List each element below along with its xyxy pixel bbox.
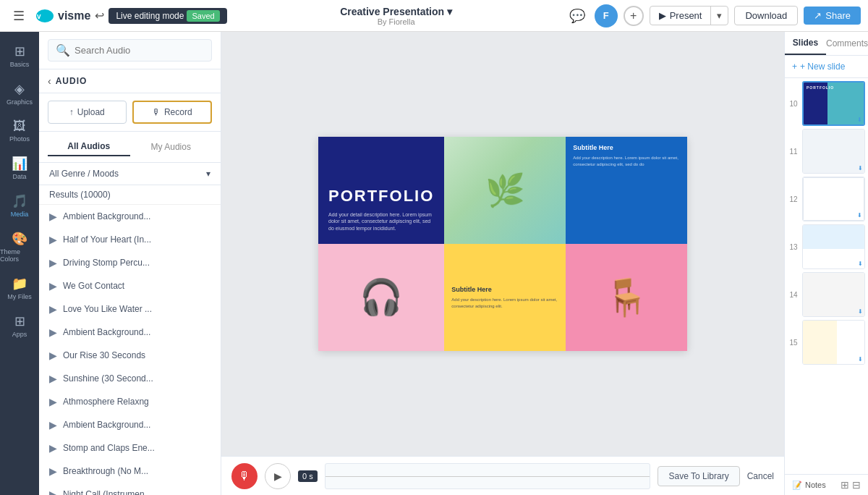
notes-bar[interactable]: 📝 Notes ⊞ ⊟	[785, 474, 868, 495]
list-item[interactable]: ▶ Driving Stomp Percu...	[39, 251, 221, 274]
present-button-group: ▶ Present ▾	[650, 6, 729, 25]
slide-thumbnail[interactable]: PORTFOLIO ⬇	[802, 81, 865, 126]
canvas-main: PORTFOLIO Add your detail description he…	[221, 32, 784, 456]
sidebar-item-my-files[interactable]: 📁 My Files	[0, 270, 39, 306]
portfolio-plant-image: 🌿	[444, 137, 566, 244]
slide-item: 10 PORTFOLIO ⬇	[788, 81, 865, 126]
slides-panel: Slides Comments + + New slide 10 PORTFOL…	[784, 32, 868, 495]
list-item[interactable]: ▶ Ambient Background...	[39, 321, 221, 344]
list-item[interactable]: ▶ Athmosphere Relaxng	[39, 390, 221, 413]
slide-number: 12	[788, 177, 799, 221]
undo-button[interactable]: ↩	[95, 9, 104, 22]
title-chevron-icon: ▾	[447, 6, 452, 17]
sidebar-item-photos[interactable]: 🖼 Photos	[0, 113, 39, 148]
slide-item: 11 ⬇	[788, 129, 865, 174]
headphones-image: 🎧	[359, 277, 403, 318]
upload-icon: ↑	[69, 107, 74, 117]
audio-name: Breakthrough (No M...	[63, 466, 148, 476]
slide-thumbnail[interactable]: ⬇	[802, 320, 865, 365]
slide-thumbnail[interactable]: ⬇	[802, 129, 865, 174]
list-item[interactable]: ▶ Ambient Background...	[39, 413, 221, 436]
present-main-button[interactable]: ▶ Present	[650, 7, 711, 25]
play-icon: ▶	[49, 419, 57, 431]
sidebar-item-theme-colors[interactable]: 🎨 Theme Colors	[0, 225, 39, 268]
slide-item: 14 ⬇	[788, 272, 865, 317]
search-icon: 🔍	[56, 43, 70, 57]
tab-my-audios[interactable]: My Audios	[130, 138, 213, 156]
search-box: 🔍	[48, 39, 212, 62]
upload-button[interactable]: ↑ Upload	[48, 101, 127, 124]
waveform-container	[325, 463, 651, 489]
hamburger-button[interactable]: ☰	[7, 4, 30, 28]
audio-name: Athmosphere Relaxng	[63, 397, 149, 407]
search-input[interactable]	[75, 45, 204, 56]
present-dropdown-button[interactable]: ▾	[710, 7, 728, 25]
sidebar-item-media[interactable]: 🎵 Media	[0, 187, 39, 224]
play-icon: ▶	[49, 326, 57, 338]
list-item[interactable]: ▶ Ambient Background...	[39, 205, 221, 228]
tab-comments[interactable]: Comments	[826, 32, 868, 55]
list-item[interactable]: ▶ Half of Your Heart (In...	[39, 228, 221, 251]
play-icon: ▶	[659, 10, 666, 21]
microphone-icon: 🎙	[239, 470, 250, 483]
audio-name: Ambient Background...	[63, 327, 150, 337]
portfolio-cell-5: Subtitle Here Add your description here.…	[444, 244, 566, 351]
canvas-area: PORTFOLIO Add your detail description he…	[221, 32, 784, 495]
audio-name: Half of Your Heart (In...	[63, 234, 151, 245]
slides-list: 10 PORTFOLIO ⬇ 11 ⬇ 12	[785, 78, 868, 474]
portfolio-cell-2: 🌿	[444, 137, 566, 244]
slide-thumbnail[interactable]: ⬇	[802, 177, 865, 221]
list-item[interactable]: ▶ Our Rise 30 Seconds	[39, 344, 221, 367]
slide-thumbnail[interactable]: ⬇	[802, 272, 865, 317]
list-item[interactable]: ▶ Sunshine (30 Second...	[39, 367, 221, 390]
audio-name: Love You Like Water ...	[63, 304, 152, 314]
audio-name: Ambient Background...	[63, 420, 150, 430]
main-layout: ⊞ Basics ◈ Graphics 🖼 Photos 📊 Data 🎵 Me…	[0, 32, 868, 495]
save-to-library-button[interactable]: Save To Library	[658, 466, 739, 486]
sidebar-item-apps[interactable]: ⊞ Apps	[0, 308, 39, 344]
play-icon: ▶	[49, 303, 57, 315]
audio-panel: 🔍 ‹ AUDIO ↑ Upload 🎙 Record All Audios M…	[39, 32, 221, 495]
svg-text:v: v	[37, 12, 41, 20]
list-item[interactable]: ▶ Stomp and Claps Ene...	[39, 436, 221, 460]
play-icon: ▶	[49, 257, 57, 268]
audio-header: ‹ AUDIO	[39, 69, 221, 93]
play-icon: ▶	[49, 396, 57, 407]
play-icon: ▶	[49, 442, 57, 454]
record-button[interactable]: 🎙 Record	[132, 101, 213, 124]
audio-list: ▶ Ambient Background... ▶ Half of Your H…	[39, 205, 221, 495]
sidebar-item-media-label: Media	[11, 211, 29, 218]
share-button[interactable]: ↗ Share	[804, 7, 861, 25]
portfolio-title: PORTFOLIO	[328, 187, 434, 206]
record-mic-button[interactable]: 🎙	[231, 463, 258, 489]
list-item[interactable]: ▶ Love You Like Water ...	[39, 297, 221, 321]
list-item[interactable]: ▶ We Got Contact	[39, 274, 221, 297]
list-item[interactable]: ▶ Breakthrough (No M...	[39, 460, 221, 483]
list-view-button[interactable]: ⊟	[852, 479, 861, 491]
add-collaborator-button[interactable]: +	[624, 6, 644, 26]
slides-tabs: Slides Comments	[785, 32, 868, 56]
list-item[interactable]: ▶ Night Call (Instrumen...	[39, 483, 221, 495]
slide-item: 13 ⬇	[788, 224, 865, 269]
slide-canvas[interactable]: PORTFOLIO Add your detail description he…	[318, 137, 687, 351]
tab-slides[interactable]: Slides	[785, 32, 826, 55]
genre-filter[interactable]: All Genre / Moods ▾	[39, 163, 221, 185]
portfolio-cell-4: 🎧	[318, 244, 444, 351]
cancel-button[interactable]: Cancel	[747, 471, 774, 481]
new-slide-button[interactable]: + + New slide	[785, 56, 868, 78]
view-icons: ⊞ ⊟	[841, 479, 861, 491]
download-button[interactable]: Download	[734, 6, 798, 25]
slide-thumbnail[interactable]: ⬇	[802, 224, 865, 269]
grid-view-button[interactable]: ⊞	[841, 479, 849, 491]
audio-title: AUDIO	[56, 76, 88, 86]
comments-icon-button[interactable]: 💬	[566, 4, 589, 28]
sidebar-item-graphics[interactable]: ◈ Graphics	[0, 75, 39, 111]
mic-icon: 🎙	[152, 107, 161, 117]
sidebar-item-basics[interactable]: ⊞ Basics	[0, 38, 39, 74]
sidebar-item-data[interactable]: 📊 Data	[0, 150, 39, 186]
audio-name: Our Rise 30 Seconds	[63, 350, 145, 360]
play-pause-button[interactable]: ▶	[265, 463, 291, 489]
back-icon[interactable]: ‹	[48, 75, 51, 87]
tab-all-audios[interactable]: All Audios	[48, 138, 130, 156]
avatar-button[interactable]: F	[595, 4, 618, 28]
